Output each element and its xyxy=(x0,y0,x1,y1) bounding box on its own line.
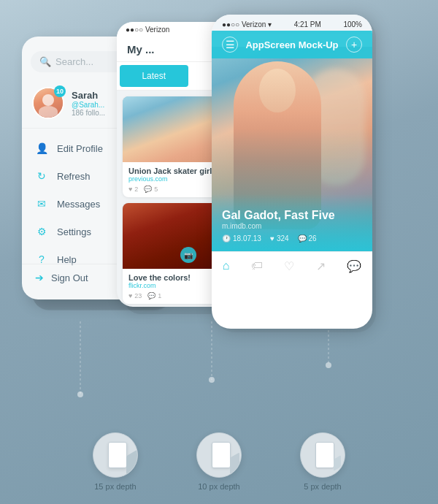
refresh-icon: ↻ xyxy=(35,169,48,183)
depth-label-10: 10 px depth xyxy=(198,482,240,491)
battery-right: 100% xyxy=(343,20,362,28)
menu-label: Messages xyxy=(57,199,100,210)
hero-comments[interactable]: 💬 26 xyxy=(298,234,317,243)
hero-title: Gal Gadot, Fast Five xyxy=(222,209,362,222)
sign-out-label: Sign Out xyxy=(51,272,88,283)
depth-label-5: 5 px depth xyxy=(304,482,341,491)
right-phone: ●●○○ Verizon ▾ 4:21 PM 100% ☰ AppScreen … xyxy=(212,15,372,329)
app-title: AppScreen Mock-Up xyxy=(238,39,346,50)
menu-label: Refresh xyxy=(57,171,91,182)
depth-section: 15 px depth 10 px depth 5 px depth xyxy=(0,432,438,491)
hero-image: Gal Gadot, Fast Five m.imdb.com 🕐 18.07.… xyxy=(212,47,372,251)
menu-label: Settings xyxy=(57,226,91,237)
depth-circle-10 xyxy=(196,432,242,478)
depth-item-10: 10 px depth xyxy=(196,432,242,491)
nav-tag-icon[interactable]: 🏷 xyxy=(251,259,263,273)
add-button[interactable]: + xyxy=(346,37,362,53)
hero-date: 🕐 18.07.13 xyxy=(222,234,261,243)
nav-heart-icon[interactable]: ♡ xyxy=(284,259,294,273)
menu-label: Edit Profile xyxy=(57,143,103,154)
hero-likes[interactable]: ♥ 324 xyxy=(270,234,289,243)
like-action-2[interactable]: ♥ 23 xyxy=(128,292,142,299)
hero-overlay: Gal Gadot, Fast Five m.imdb.com 🕐 18.07.… xyxy=(212,194,372,251)
envelope-icon: ✉ xyxy=(35,197,48,210)
hero-meta: 🕐 18.07.13 ♥ 324 💬 26 xyxy=(222,234,362,243)
search-icon: 🔍 xyxy=(39,56,51,67)
bottom-navigation: ⌂ 🏷 ♡ ↗ 💬 xyxy=(212,251,372,280)
hero-source: m.imdb.com xyxy=(222,222,362,230)
search-input[interactable]: Search... xyxy=(55,56,93,67)
depth-circle-15 xyxy=(93,432,138,478)
signout-icon: ➔ xyxy=(35,272,44,283)
svg-point-1 xyxy=(77,392,83,397)
carrier-right: ●●○○ Verizon ▾ xyxy=(222,20,272,28)
comment-action-2[interactable]: 💬 1 xyxy=(147,292,161,299)
camera-icon: 📷 xyxy=(180,247,196,263)
notification-badge: 10 xyxy=(54,85,66,97)
person-icon: 👤 xyxy=(35,142,48,155)
avatar[interactable]: 10 xyxy=(32,87,64,119)
nav-share-icon[interactable]: ↗ xyxy=(316,259,326,273)
carrier-text: ●●○○ Verizon xyxy=(126,26,169,34)
depth-label-15: 15 px depth xyxy=(94,482,137,491)
depth-item-15: 15 px depth xyxy=(93,432,138,491)
nav-chat-icon[interactable]: 💬 xyxy=(347,259,361,273)
nav-home-icon[interactable]: ⌂ xyxy=(223,259,230,273)
gear-icon: ⚙ xyxy=(35,225,48,238)
menu-button[interactable]: ☰ xyxy=(222,37,238,53)
like-action-1[interactable]: ♥ 2 xyxy=(128,186,138,193)
comment-action-1[interactable]: 💬 5 xyxy=(144,186,158,193)
depth-item-5: 5 px depth xyxy=(300,432,345,491)
tab-latest[interactable]: Latest xyxy=(120,65,188,87)
app-header: ☰ AppScreen Mock-Up + xyxy=(212,31,372,58)
time-right: 4:21 PM xyxy=(294,20,321,28)
svg-point-3 xyxy=(209,377,215,383)
depth-circle-5 xyxy=(300,432,345,478)
